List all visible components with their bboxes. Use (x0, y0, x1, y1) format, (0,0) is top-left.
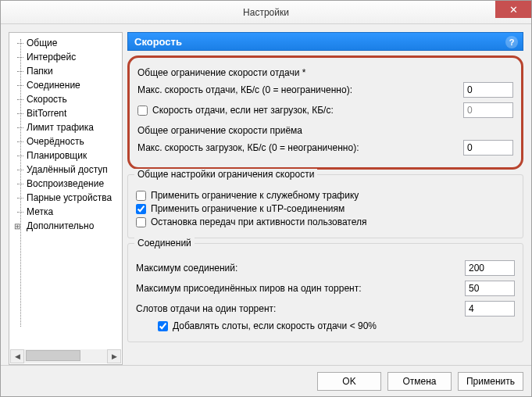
content-area: Общие Интерфейс Папки Соединение Скорост… (1, 24, 531, 365)
slots-input[interactable] (465, 301, 515, 317)
max-peers-row: Максимум присоединённых пиров на один то… (136, 280, 515, 297)
scroll-left-icon[interactable]: ◀ (10, 349, 24, 363)
general-legend: Общие настройки ограничения скорости (134, 169, 317, 180)
apply-button[interactable]: Применить (458, 372, 523, 391)
help-icon[interactable]: ? (505, 36, 518, 48)
download-legend: Общее ограничение скорости приёма (137, 125, 513, 136)
scroll-thumb[interactable] (26, 350, 80, 361)
sidebar-item-playback[interactable]: Воспроизведение (17, 177, 119, 191)
scroll-track[interactable] (24, 349, 107, 363)
sidebar-item-advanced[interactable]: Дополнительно (17, 219, 119, 233)
download-max-row: Макс. скорость загрузок, КБ/с (0 = неогр… (137, 139, 513, 156)
upload-alt-label: Скорость отдачи, если нет загрузок, КБ/с… (152, 105, 334, 116)
extra-slots-label: Добавлять слоты, если скорость отдачи < … (173, 320, 377, 331)
sidebar-item-remote[interactable]: Удалённый доступ (17, 163, 119, 177)
download-max-input[interactable] (463, 140, 513, 156)
close-icon: ✕ (509, 4, 518, 16)
window-title: Настройки (243, 7, 289, 18)
sidebar-item-interface[interactable]: Интерфейс (17, 50, 119, 64)
stop-on-activity-check[interactable]: Остановка передач при активности пользов… (136, 216, 515, 227)
sidebar-item-connection[interactable]: Соединение (17, 78, 119, 92)
slots-row: Слотов отдачи на один торрент: (136, 300, 515, 317)
max-conn-row: Максимум соединений: (136, 259, 515, 277)
section-title: Скорость (134, 36, 182, 48)
sidebar-item-label[interactable]: Метка (17, 205, 119, 219)
stop-on-activity-label: Остановка передач при активности пользов… (151, 216, 367, 227)
extra-slots-check[interactable]: Добавлять слоты, если скорость отдачи < … (158, 320, 515, 331)
sidebar-item-scheduler[interactable]: Планировщик (17, 148, 119, 163)
upload-alt-row: Скорость отдачи, если нет загрузок, КБ/с… (137, 102, 513, 119)
nav-tree: Общие Интерфейс Папки Соединение Скорост… (9, 34, 122, 233)
apply-overhead-check[interactable]: Применить ограничение к служебному трафи… (136, 190, 515, 201)
upload-max-label: Макс. скорость отдачи, КБ/с (0 = неогран… (137, 84, 459, 95)
sidebar-item-paired-devices[interactable]: Парные устройства (17, 191, 119, 205)
footer: OK Отмена Применить (1, 365, 531, 396)
section-header: Скорость ? (127, 32, 523, 51)
apply-utp-check[interactable]: Применить ограничение к uTP-соединениям (136, 203, 515, 214)
extra-slots-checkbox[interactable] (158, 321, 168, 331)
cancel-button[interactable]: Отмена (387, 372, 452, 391)
rate-limits-group: Общее ограничение скорости отдачи * Макс… (127, 55, 523, 170)
stop-on-activity-checkbox[interactable] (136, 217, 146, 227)
connections-group: Соединений Максимум соединений: Максимум… (127, 243, 523, 342)
ok-button[interactable]: OK (317, 372, 381, 391)
sidebar-item-folders[interactable]: Папки (17, 64, 119, 78)
titlebar: Настройки ✕ (1, 1, 531, 24)
connections-legend: Соединений (134, 238, 195, 249)
upload-alt-checkbox[interactable] (137, 106, 148, 116)
sidebar: Общие Интерфейс Папки Соединение Скорост… (9, 32, 123, 365)
slots-label: Слотов отдачи на один торрент: (136, 303, 460, 314)
apply-utp-label: Применить ограничение к uTP-соединениям (151, 203, 345, 214)
upload-legend: Общее ограничение скорости отдачи * (137, 67, 513, 78)
upload-max-input[interactable] (463, 82, 513, 98)
upload-max-row: Макс. скорость отдачи, КБ/с (0 = неогран… (137, 81, 513, 98)
apply-utp-checkbox[interactable] (136, 204, 146, 214)
sidebar-item-traffic-limit[interactable]: Лимит трафика (17, 120, 119, 134)
apply-overhead-label: Применить ограничение к служебному трафи… (151, 190, 359, 201)
sidebar-item-general[interactable]: Общие (17, 36, 119, 50)
close-button[interactable]: ✕ (495, 1, 531, 18)
max-peers-input[interactable] (465, 281, 515, 296)
general-limits-group: Общие настройки ограничения скорости При… (127, 174, 523, 238)
max-peers-label: Максимум присоединённых пиров на один то… (136, 283, 460, 294)
main-panel: Скорость ? Общее ограничение скорости от… (127, 32, 523, 365)
scroll-right-icon[interactable]: ▶ (107, 349, 121, 363)
settings-window: Настройки ✕ Общие Интерфейс Папки Соедин… (0, 0, 532, 397)
sidebar-item-queue[interactable]: Очерёдность (17, 134, 119, 148)
sidebar-item-bittorrent[interactable]: BitTorrent (17, 106, 119, 120)
apply-overhead-checkbox[interactable] (136, 191, 146, 201)
download-max-label: Макс. скорость загрузок, КБ/с (0 = неогр… (137, 142, 459, 153)
max-conn-input[interactable] (465, 260, 515, 276)
max-conn-label: Максимум соединений: (136, 263, 460, 274)
sidebar-hscroll[interactable]: ◀ ▶ (10, 349, 121, 363)
upload-alt-input (463, 102, 513, 118)
upload-alt-check[interactable]: Скорость отдачи, если нет загрузок, КБ/с… (137, 105, 459, 116)
sidebar-item-speed[interactable]: Скорость (17, 92, 119, 106)
